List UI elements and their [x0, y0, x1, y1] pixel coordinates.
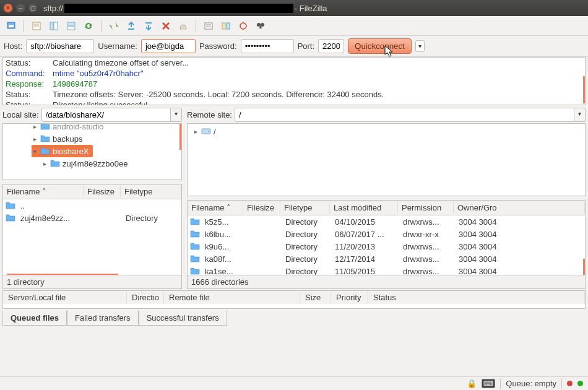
svg-rect-1 [9, 25, 14, 27]
toggle-log-button[interactable] [29, 19, 44, 33]
delete-button[interactable] [176, 19, 191, 33]
tree-label: bioshareX [53, 147, 89, 156]
remote-tree[interactable]: ▸/ [187, 123, 586, 196]
svg-rect-11 [205, 23, 212, 29]
local-col-filename[interactable]: Filename ˄ [3, 186, 84, 197]
disconnect-button[interactable] [141, 19, 156, 33]
window-close-button[interactable]: ✕ [4, 4, 12, 12]
tree-item[interactable]: ▸/ [192, 125, 585, 137]
expand-toggle-icon[interactable]: ▸ [192, 128, 199, 135]
window-title: sftp:// - FileZilla [43, 4, 327, 13]
main-toolbar [0, 16, 588, 36]
reconnect-button[interactable] [158, 19, 173, 33]
sort-asc-icon: ˄ [227, 203, 231, 212]
username-input[interactable] [141, 39, 196, 53]
local-tree-scrollbar[interactable] [179, 124, 181, 150]
tab-queued-files[interactable]: Queued files [2, 310, 67, 326]
tree-label: zuj4m8e9zzbo0ee [63, 159, 128, 168]
queue-col-remote[interactable]: Remote file [164, 291, 300, 304]
process-queue-button[interactable] [106, 19, 121, 33]
remote-col-owner[interactable]: Owner/Gro [454, 202, 585, 214]
local-col-filesize[interactable]: Filesize [84, 186, 121, 197]
svg-point-20 [208, 131, 209, 132]
site-manager-button[interactable] [4, 19, 19, 33]
quickconnect-label: Quickconnect [355, 41, 405, 51]
expand-toggle-icon[interactable]: ▸ [41, 160, 48, 167]
remote-site-dropdown[interactable]: ▾ [574, 108, 586, 122]
local-tree[interactable]: ▸android-studio▸backups▾bioshareX▸zuj4m8… [2, 123, 182, 180]
expand-toggle-icon[interactable]: ▸ [32, 136, 38, 142]
expand-toggle-icon[interactable]: ▾ [32, 148, 38, 155]
tree-label: android-studio [53, 123, 103, 131]
sort-asc-icon: ˄ [42, 187, 46, 196]
quickconnect-button[interactable]: Quickconnect [348, 38, 412, 54]
tree-item[interactable]: ▸android-studio [32, 123, 181, 132]
remote-col-filesize[interactable]: Filesize [243, 202, 280, 214]
queue-col-direction[interactable]: Directio [127, 291, 164, 304]
toggle-queue-button[interactable] [64, 19, 79, 33]
local-status: 1 directory [3, 275, 181, 288]
queue-body[interactable] [2, 304, 586, 309]
message-log[interactable]: Status:Calculating timezone offset of se… [2, 57, 586, 105]
remote-list-scrollbar[interactable] [583, 259, 585, 275]
log-scrollbar[interactable] [583, 76, 585, 103]
list-item[interactable]: k5z5...Directory04/10/2015drwxrws...3004… [188, 215, 585, 228]
log-row: Status:Directory listing successful [6, 100, 582, 105]
tab-successful-transfers[interactable]: Successful transfers [139, 310, 227, 326]
local-file-list[interactable]: Filename ˄ Filesize Filetype ..zuj4m8e9z… [2, 184, 182, 289]
window-maximize-button[interactable]: ▢ [28, 4, 37, 12]
remote-col-permission[interactable]: Permission [398, 202, 454, 214]
refresh-button[interactable] [81, 19, 96, 33]
queue-col-priority[interactable]: Priority [331, 291, 368, 304]
remote-site-label: Remote site: [187, 110, 232, 119]
tree-item[interactable]: ▾bioshareX [32, 145, 93, 157]
username-label: Username: [98, 41, 137, 51]
log-row: Status:Calculating timezone offset of se… [6, 58, 582, 68]
queue-col-size[interactable]: Size [300, 291, 331, 304]
window-titlebar: ✕ – ▢ sftp:// - FileZilla [0, 0, 588, 16]
remote-col-filename[interactable]: Filename ˄ [188, 202, 243, 214]
activity-led-1 [567, 381, 573, 386]
tree-item[interactable]: ▸zuj4m8e9zzbo0ee [41, 157, 181, 170]
cancel-button[interactable] [124, 19, 139, 33]
remote-col-modified[interactable]: Last modified [330, 202, 398, 214]
list-item[interactable]: ka08f...Directory12/17/2014drwxrws...300… [188, 253, 585, 265]
list-item[interactable]: .. [3, 199, 181, 212]
remote-status: 1666 directories [188, 275, 585, 288]
log-row: Response:1498694787 [6, 79, 582, 89]
toggle-tree-button[interactable] [46, 19, 61, 33]
activity-led-2 [577, 381, 583, 386]
title-suffix: - FileZilla [295, 4, 327, 13]
queue-col-server[interactable]: Server/Local file [3, 291, 127, 304]
compare-button[interactable] [218, 19, 233, 33]
local-site-dropdown[interactable]: ▾ [171, 108, 182, 122]
password-input[interactable] [241, 39, 294, 53]
list-item[interactable]: k9u6...Directory11/20/2013drwxrws...3004… [188, 240, 585, 253]
queue-header: Server/Local file Directio Remote file S… [2, 290, 586, 304]
tree-item[interactable]: ▸backups [32, 132, 181, 145]
expand-toggle-icon[interactable]: ▸ [32, 123, 38, 130]
host-input[interactable] [26, 39, 94, 53]
filter-button[interactable] [201, 19, 216, 33]
remote-file-list[interactable]: Filename ˄ Filesize Filetype Last modifi… [187, 200, 586, 289]
queue-col-status[interactable]: Status [368, 291, 585, 304]
svg-rect-8 [67, 27, 75, 30]
tab-failed-transfers[interactable]: Failed transfers [67, 310, 139, 326]
window-minimize-button[interactable]: – [16, 4, 25, 12]
local-col-filetype[interactable]: Filetype [121, 186, 181, 197]
list-item[interactable]: k6lbu...Directory06/07/2017 ...drwxr-xr-… [188, 228, 585, 240]
quickconnect-history-dropdown[interactable]: ▾ [415, 40, 425, 52]
search-button[interactable] [253, 19, 268, 33]
local-list-scroll-h[interactable] [7, 274, 118, 275]
list-item[interactable]: ka1se...Directory11/05/2015drwxrws...300… [188, 265, 585, 275]
password-label: Password: [199, 41, 237, 51]
queue-status-label: Queue: empty [506, 379, 556, 388]
list-item[interactable]: zuj4m8e9zz...Directory [3, 212, 181, 224]
remote-site-input[interactable] [235, 108, 574, 122]
svg-rect-7 [67, 22, 75, 25]
sync-browse-button[interactable] [236, 19, 251, 33]
svg-point-16 [240, 23, 246, 29]
remote-col-filetype[interactable]: Filetype [280, 202, 330, 214]
port-input[interactable] [318, 39, 344, 53]
local-site-input[interactable] [41, 108, 171, 122]
